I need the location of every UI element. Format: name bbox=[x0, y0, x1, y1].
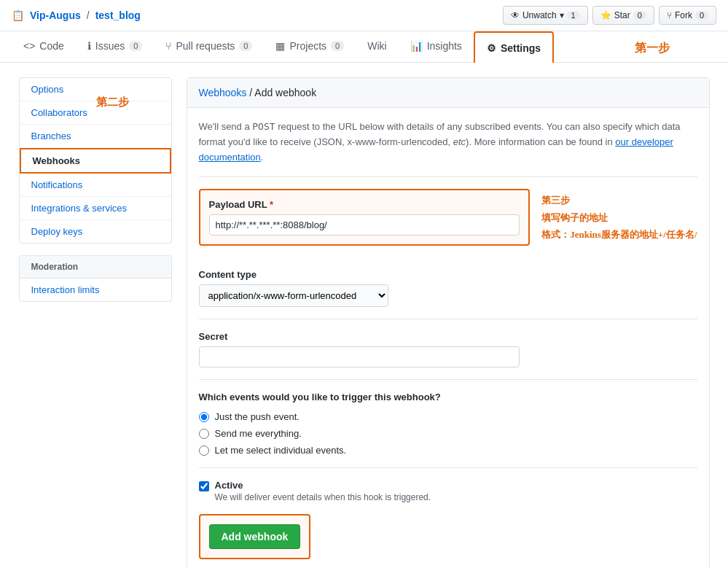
docs-link[interactable]: our developer documentation bbox=[199, 136, 673, 163]
book-icon: 📋 bbox=[12, 9, 24, 21]
content-type-select[interactable]: application/x-www-form-urlencoded applic… bbox=[199, 284, 388, 307]
sidebar-item-interaction-limits[interactable]: Interaction limits bbox=[20, 279, 171, 301]
active-desc: We will deliver event details when this … bbox=[215, 492, 431, 502]
active-title: Active bbox=[215, 480, 431, 491]
moderation-section-header: Moderation bbox=[20, 256, 171, 279]
org-link[interactable]: Vip-Augus bbox=[30, 9, 81, 21]
radio-push-event[interactable]: Just the push event. bbox=[199, 411, 697, 422]
tab-issues[interactable]: ℹ Issues 0 bbox=[76, 31, 154, 62]
sidebar-item-collaborators[interactable]: Collaborators bbox=[20, 101, 171, 125]
tab-code[interactable]: <> Code bbox=[12, 31, 76, 62]
code-icon: <> bbox=[23, 40, 35, 52]
radio-everything[interactable]: Send me everything. bbox=[199, 428, 697, 439]
submit-section: Add webhook bbox=[199, 514, 311, 559]
tab-projects[interactable]: ▦ Projects 0 bbox=[264, 31, 356, 62]
add-webhook-button[interactable]: Add webhook bbox=[209, 524, 301, 549]
pr-icon: ⑂ bbox=[165, 40, 171, 52]
gear-icon: ⚙ bbox=[487, 42, 496, 54]
sidebar-item-branches[interactable]: Branches bbox=[20, 125, 171, 148]
sidebar-item-options[interactable]: Options bbox=[20, 78, 171, 101]
sidebar-item-webhooks[interactable]: Webhooks bbox=[20, 148, 171, 174]
active-checkbox-label[interactable]: Active We will deliver event details whe… bbox=[199, 480, 697, 502]
projects-icon: ▦ bbox=[275, 40, 285, 52]
content-type-label: Content type bbox=[199, 269, 697, 280]
issues-icon: ℹ bbox=[87, 40, 91, 52]
tab-settings[interactable]: ⚙ Settings bbox=[474, 31, 554, 63]
repo-link[interactable]: test_blog bbox=[95, 9, 141, 21]
eye-icon: 👁 bbox=[511, 10, 520, 20]
sidebar-item-deploy-keys[interactable]: Deploy keys bbox=[20, 220, 171, 243]
step3-annotation: 第三步 填写钩子的地址 格式：Jenkins服务器的地址+/任务名/ bbox=[541, 189, 697, 243]
page-breadcrumb: Webhooks / Add webhook bbox=[187, 78, 709, 108]
sidebar-item-notifications[interactable]: Notifications bbox=[20, 174, 171, 197]
payload-url-label: Payload URL bbox=[209, 199, 267, 210]
secret-input[interactable] bbox=[199, 346, 520, 367]
payload-url-input[interactable] bbox=[209, 214, 520, 236]
fork-button[interactable]: ⑂ Fork 0 bbox=[659, 6, 716, 25]
active-checkbox[interactable] bbox=[199, 481, 209, 491]
step1-annotation: 第一步 bbox=[635, 41, 670, 56]
payload-url-group: Payload URL * bbox=[199, 189, 531, 246]
events-title: Which events would you like to trigger t… bbox=[199, 392, 697, 402]
watch-button[interactable]: 👁 Unwatch ▾ 1 bbox=[503, 6, 588, 25]
star-button[interactable]: ⭐ Star 0 bbox=[592, 6, 654, 25]
fork-icon: ⑂ bbox=[667, 10, 672, 20]
star-icon: ⭐ bbox=[600, 10, 611, 20]
tab-pull-requests[interactable]: ⑂ Pull requests 0 bbox=[154, 31, 264, 62]
sidebar-item-integrations[interactable]: Integrations & services bbox=[20, 197, 171, 220]
webhooks-breadcrumb-link[interactable]: Webhooks bbox=[199, 87, 247, 98]
tab-wiki[interactable]: Wiki bbox=[356, 31, 398, 62]
radio-individual[interactable]: Let me select individual events. bbox=[199, 445, 697, 456]
step2-annotation: 第二步 bbox=[96, 96, 129, 109]
tab-insights[interactable]: 📊 Insights bbox=[399, 31, 474, 62]
secret-label: Secret bbox=[199, 331, 697, 342]
description-text: We'll send a POST request to the URL bel… bbox=[199, 120, 697, 177]
insights-icon: 📊 bbox=[410, 40, 423, 52]
